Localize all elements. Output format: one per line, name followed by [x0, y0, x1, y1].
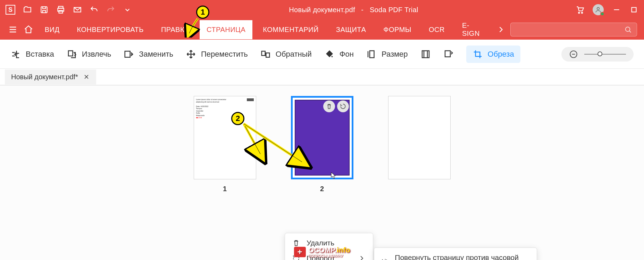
nav-forms[interactable]: ФОРМЫ: [376, 20, 418, 39]
tool-insert[interactable]: Вставка: [10, 49, 54, 59]
page-thumbnail-3[interactable]: [388, 96, 451, 179]
title-app: Soda PDF Trial: [370, 6, 418, 14]
svg-rect-16: [445, 51, 450, 57]
tool-replace-label: Заменить: [139, 50, 173, 59]
page-3-wrap: [388, 96, 451, 193]
nav-esign[interactable]: E-SIGN: [455, 16, 492, 43]
maximize-icon[interactable]: [629, 5, 638, 14]
svg-rect-13: [266, 53, 269, 57]
save-icon[interactable]: [40, 5, 49, 14]
status-dot: [600, 12, 604, 16]
titlebar-right: [575, 4, 638, 15]
tool-layout[interactable]: [443, 49, 454, 59]
chevron-right-icon[interactable]: [495, 23, 507, 36]
page-2-tools: [323, 100, 349, 112]
tool-background[interactable]: Фон: [324, 49, 354, 59]
reverse-icon: [260, 49, 271, 59]
tool-reverse[interactable]: Обратный: [260, 49, 312, 59]
size-icon: [366, 49, 377, 59]
page-delete-button[interactable]: [323, 100, 335, 112]
svg-rect-10: [68, 51, 73, 56]
zoom-slider[interactable]: [584, 54, 626, 55]
undo-icon[interactable]: [90, 5, 99, 14]
page-number-1: 1: [223, 185, 227, 193]
document-tab-label: Новый документ.pdf*: [11, 73, 78, 81]
watermark: + OCOMP.info ВОПРОСЫ АДМИНУ: [294, 246, 350, 258]
document-tab[interactable]: Новый документ.pdf*: [5, 70, 96, 84]
arrow-1: [184, 17, 205, 38]
title-sep: -: [361, 6, 363, 14]
nav-convert[interactable]: КОНВЕРТИРОВАТЬ: [70, 20, 151, 39]
tool-extract-label: Извлечь: [82, 50, 111, 59]
navbar: ВИД КОНВЕРТИРОВАТЬ ПРАВКА СТРАНИЦА КОММЕ…: [0, 19, 644, 40]
svg-rect-15: [422, 51, 429, 58]
nav-page[interactable]: СТРАНИЦА: [200, 20, 252, 39]
home-icon[interactable]: [22, 23, 34, 36]
hamburger-icon[interactable]: [7, 23, 19, 36]
extract-icon: [67, 49, 77, 59]
background-icon: [324, 49, 335, 59]
page-rotate-button[interactable]: [337, 100, 349, 112]
open-icon[interactable]: [23, 5, 32, 14]
replace-icon: [124, 49, 134, 59]
tool-background-label: Фон: [340, 50, 354, 59]
titlebar: S Новый документ.pdf - Soda PDF Trial: [0, 0, 644, 19]
svg-point-7: [597, 7, 600, 10]
rotate-ccw-icon: [381, 258, 388, 260]
arrow-2a: [240, 121, 316, 173]
minimize-icon[interactable]: [612, 5, 621, 14]
search-icon: [624, 26, 632, 33]
svg-point-6: [582, 12, 583, 13]
app-logo[interactable]: S: [6, 5, 15, 15]
email-icon[interactable]: [73, 5, 82, 14]
tool-replace[interactable]: Заменить: [124, 49, 173, 59]
nav-protect[interactable]: ЗАЩИТА: [329, 20, 373, 39]
svg-point-9: [626, 27, 630, 32]
tool-crop[interactable]: Обреза: [466, 46, 520, 63]
insert-icon: [10, 49, 21, 59]
pages-container: Lorem ipsum dolor sit amet consecteturad…: [0, 86, 644, 193]
tool-size[interactable]: Размер: [366, 49, 408, 59]
tool-insert-label: Вставка: [26, 50, 54, 59]
mouse-cursor: [331, 172, 337, 181]
move-icon: [186, 49, 196, 59]
tool-margins[interactable]: [420, 49, 431, 59]
print-icon[interactable]: [56, 5, 65, 14]
tool-reverse-label: Обратный: [276, 50, 312, 59]
zoom-out-icon[interactable]: [569, 50, 578, 59]
toolbar: Вставка Извлечь Заменить Переместить Обр…: [0, 40, 644, 69]
tabbar: Новый документ.pdf*: [0, 69, 644, 86]
svg-rect-12: [262, 51, 265, 56]
title-doc: Новый документ.pdf: [289, 6, 355, 14]
tool-extract[interactable]: Извлечь: [67, 49, 111, 59]
watermark-brand: OCOMP.info: [308, 246, 350, 254]
svg-rect-8: [632, 8, 636, 12]
tool-size-label: Размер: [382, 50, 408, 59]
submenu-ccw-label: Повернуть страницу против часовой стрелк…: [395, 253, 530, 260]
dropdown-icon[interactable]: [123, 5, 132, 14]
submenu-ccw[interactable]: Повернуть страницу против часовой стрелк…: [374, 250, 537, 260]
titlebar-left: S: [6, 5, 132, 15]
cart-icon[interactable]: [575, 5, 584, 14]
nav-comment[interactable]: КОММЕНТАРИЙ: [256, 20, 326, 39]
callout-2: 2: [231, 112, 244, 125]
nav-ocr[interactable]: OCR: [422, 20, 452, 39]
callout-1: 1: [196, 6, 209, 19]
redo-icon[interactable]: [106, 5, 115, 14]
user-avatar[interactable]: [593, 4, 604, 15]
svg-rect-14: [370, 51, 374, 58]
close-icon[interactable]: [83, 73, 90, 80]
chevron-right-icon: [358, 254, 366, 260]
tool-move-label: Переместить: [201, 50, 248, 59]
watermark-sub: ВОПРОСЫ АДМИНУ: [308, 254, 350, 258]
page-1-content: Lorem ipsum dolor sit amet consecteturad…: [194, 96, 256, 121]
svg-rect-11: [125, 51, 130, 57]
search-input[interactable]: [510, 23, 637, 36]
layout-icon: [443, 49, 454, 59]
nav-view[interactable]: ВИД: [38, 20, 67, 39]
watermark-badge: +: [294, 247, 306, 257]
zoom-thumb[interactable]: [597, 51, 602, 56]
zoom-control[interactable]: [561, 47, 634, 62]
margins-icon: [420, 49, 431, 59]
tool-move[interactable]: Переместить: [186, 49, 248, 59]
